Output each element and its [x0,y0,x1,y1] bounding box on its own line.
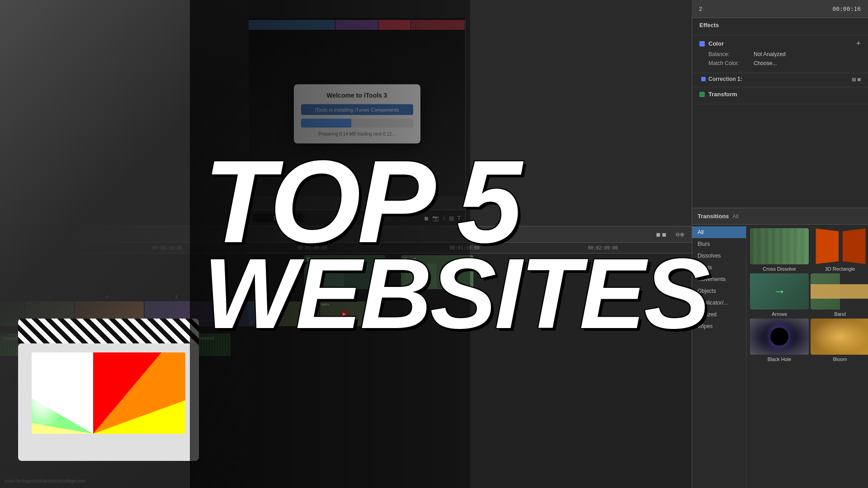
websites-text: WEBSITES [203,252,708,336]
clapper-stripes [18,319,199,343]
clapper-glow [32,352,68,425]
clapper-top [18,319,199,343]
clapper-board [18,307,199,461]
top5-text: TOP 5 [203,152,708,252]
clapper-body [18,343,199,461]
thumbnail-overlay: TOP 5 WEBSITES [0,0,868,488]
main-title-area: TOP 5 WEBSITES [203,152,708,336]
